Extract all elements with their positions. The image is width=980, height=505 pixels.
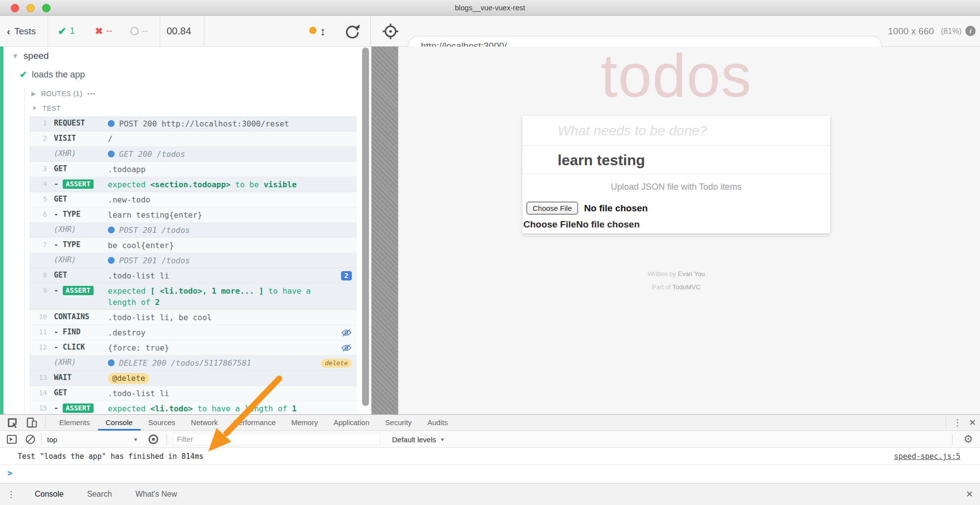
drawer-tab-what-s-new[interactable]: What's New (123, 490, 189, 499)
command-row[interactable]: (XHR)DELETE 200 /todos/5117867581delete (29, 355, 357, 371)
inspect-element-icon[interactable] (6, 416, 19, 429)
xhr-dot-icon (108, 227, 115, 233)
command-method: CONTAINS (54, 312, 108, 321)
context-selector[interactable]: top ▼ (47, 435, 138, 443)
command-method: (XHR) (54, 255, 108, 264)
command-row[interactable]: 8GET.todo-list li2 (29, 268, 357, 283)
devtools-tab-performance[interactable]: Performance (226, 415, 284, 430)
console-message: Test "loads the app" has finished in 814… (18, 452, 203, 461)
filter-input[interactable]: Filter (172, 433, 380, 446)
command-row[interactable]: 11- FIND.destroy (29, 325, 357, 340)
info-icon[interactable]: i (965, 26, 976, 36)
command-row[interactable]: 12- CLICK{force: true} (29, 340, 357, 355)
log-levels-dropdown[interactable]: Default levels ▼ (392, 435, 445, 443)
command-number: 15 (29, 403, 47, 412)
command-number (29, 149, 47, 150)
devtools-tab-security[interactable]: Security (377, 415, 419, 430)
drawer-tab-search[interactable]: Search (75, 490, 124, 499)
console-sidebar-icon[interactable] (6, 433, 18, 445)
command-list: 1REQUESTPOST 200 http://localhost:3000/r… (29, 116, 357, 414)
settings-gear-icon[interactable]: ⚙ (963, 433, 973, 446)
command-row[interactable]: 4- ASSERTexpected <section.todoapp> to b… (29, 177, 357, 192)
footer-project-link[interactable]: TodoMVC (672, 283, 700, 291)
passed-count: ✔ 1 (58, 16, 75, 47)
devtools-tab-network[interactable]: Network (183, 415, 226, 430)
command-method: - FIND (54, 327, 108, 336)
minimize-window-icon[interactable] (26, 4, 35, 12)
command-message: .todoapp (108, 164, 328, 175)
drawer-close-icon[interactable]: ✕ (966, 489, 973, 500)
command-row[interactable]: 3GET.todoapp (29, 162, 357, 177)
command-row[interactable]: 10CONTAINS.todo-list li, be cool (29, 310, 357, 325)
command-row[interactable]: 15- ASSERTexpected <li.todo> to have a l… (29, 401, 357, 414)
command-message: POST 201 /todos (108, 255, 328, 266)
command-row[interactable]: 1REQUESTPOST 200 http://localhost:3000/r… (29, 116, 357, 131)
new-todo-input[interactable]: What needs to be done? (522, 116, 830, 146)
choose-file-button[interactable]: Choose File (526, 202, 578, 215)
command-row[interactable]: (XHR)POST 201 /todos (29, 253, 357, 268)
routes-section[interactable]: ▶ ROUTES (1) ••• (31, 90, 96, 98)
devtools-tab-console[interactable]: Console (98, 415, 141, 430)
command-row[interactable]: 2VISIT/ (29, 131, 357, 147)
xhr-dot-icon (108, 257, 115, 264)
back-to-tests-button[interactable]: ‹ Tests (7, 16, 36, 47)
command-message: expected [ <li.todo>, 1 more... ] to hav… (108, 285, 328, 308)
command-row[interactable]: (XHR)POST 201 /todos (29, 223, 357, 238)
command-row[interactable]: (XHR)GET 200 /todos (29, 147, 357, 162)
suite-title: speed (24, 50, 49, 61)
divider (167, 433, 167, 445)
console-prompt[interactable]: > (0, 465, 980, 481)
command-row[interactable]: 14GET.todo-list li (29, 386, 357, 401)
divider (952, 433, 953, 445)
command-row[interactable]: 6- TYPElearn testing{enter} (29, 207, 357, 223)
test-header[interactable]: ✔ loads the app (20, 69, 85, 80)
drawer-menu-icon[interactable]: ⋮ (0, 489, 23, 500)
command-method: REQUEST (54, 118, 108, 127)
command-row[interactable]: 5GET.new-todo (29, 192, 357, 207)
devtools-tab-application[interactable]: Application (326, 415, 377, 430)
console-messages: Test "loads the app" has finished in 814… (0, 449, 980, 483)
selector-playground-icon[interactable] (381, 16, 400, 47)
clear-console-icon[interactable] (24, 433, 36, 445)
devtools-tab-audits[interactable]: Audits (419, 415, 456, 430)
command-message: expected <section.todoapp> to be visible (108, 179, 328, 190)
more-dots: ••• (87, 90, 96, 98)
suite-header[interactable]: ▼ speed (12, 50, 49, 61)
command-row[interactable]: 9- ASSERTexpected [ <li.todo>, 1 more...… (29, 283, 357, 310)
command-method: - TYPE (54, 240, 108, 249)
context-value: top (47, 435, 57, 443)
devtools-panel: ElementsConsoleSourcesNetworkPerformance… (0, 414, 980, 505)
command-row[interactable]: 7- TYPEbe cool{enter} (29, 238, 357, 253)
command-number: 6 (29, 209, 47, 218)
zoom-window-icon[interactable] (42, 4, 50, 12)
todo-item[interactable]: learn testing (522, 146, 830, 174)
devtools-tab-elements[interactable]: Elements (51, 415, 98, 430)
refresh-icon[interactable] (344, 16, 361, 47)
routes-label: ROUTES (1) (41, 90, 82, 98)
devtools-drawer: ⋮ ConsoleSearchWhat's New ✕ (0, 483, 980, 505)
test-section[interactable]: ▼ TEST (31, 104, 61, 112)
command-method: WAIT (54, 373, 108, 382)
footer-author-link[interactable]: Evan You (678, 270, 705, 278)
divider (160, 16, 160, 47)
scrollbar-thumb[interactable] (362, 48, 369, 406)
close-window-icon[interactable] (11, 4, 19, 12)
caret-right-icon: ▶ (31, 90, 36, 97)
command-method: GET (54, 270, 108, 279)
devtools-close-icon[interactable]: ✕ (969, 417, 976, 428)
console-message-row[interactable]: Test "loads the app" has finished in 814… (0, 449, 980, 465)
live-expression-icon[interactable] (147, 433, 160, 446)
command-method: GET (54, 388, 108, 397)
source-link[interactable]: speed-spec.js:5 (894, 452, 960, 461)
command-row[interactable]: 13WAIT@delete (29, 371, 357, 386)
devtools-tab-sources[interactable]: Sources (141, 415, 183, 430)
devtools-tab-memory[interactable]: Memory (284, 415, 326, 430)
levels-value: Default levels (392, 435, 436, 443)
footer-part: Part of (652, 283, 671, 291)
drawer-tab-console[interactable]: Console (23, 490, 75, 499)
command-number (29, 225, 47, 226)
devtools-menu-icon[interactable]: ⋮ (953, 417, 962, 428)
command-message: POST 200 http://localhost:3000/reset (108, 118, 328, 129)
auto-scroll-icon[interactable]: ↕ (320, 16, 326, 47)
device-toolbar-icon[interactable] (25, 416, 38, 429)
